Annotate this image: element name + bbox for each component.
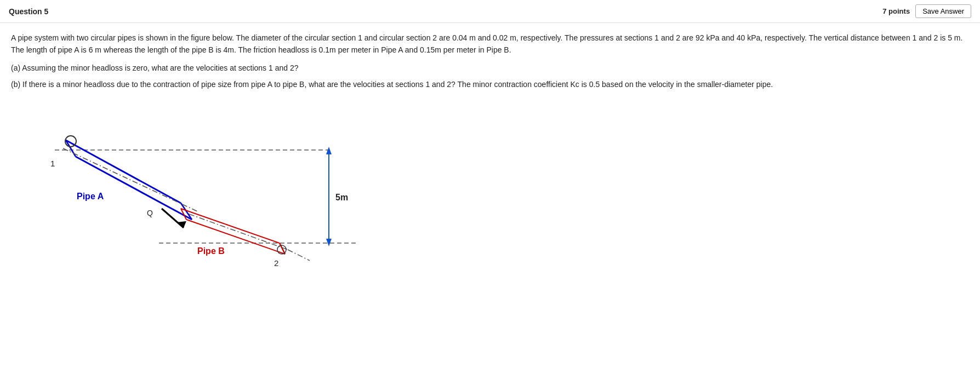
svg-marker-3 (326, 147, 332, 154)
diagram-container: 5m 1 (11, 102, 395, 288)
diagram-svg: 5m 1 (11, 102, 395, 288)
pipe-b-label: Pipe B (197, 246, 225, 256)
pipe-a-label: Pipe A (77, 192, 104, 201)
question-title: Question 5 (9, 7, 48, 16)
svg-line-6 (76, 157, 192, 220)
section2-label: 2 (274, 258, 278, 268)
sub-question-a: (a) Assuming the minor headloss is zero,… (11, 62, 969, 74)
points-label: 7 points (882, 7, 910, 15)
save-answer-button[interactable]: Save Answer (915, 4, 971, 18)
junction-label: Q (147, 209, 153, 217)
svg-line-15 (189, 214, 288, 250)
distance-label: 5m (335, 193, 348, 202)
problem-text: A pipe system with two circular pipes is… (11, 32, 965, 56)
svg-line-11 (181, 209, 280, 243)
sub-question-b: (b) If there is a minor headloss due to … (11, 78, 969, 90)
svg-line-16 (288, 250, 310, 261)
header-bar: Question 5 7 points Save Answer (0, 0, 980, 23)
header-right: 7 points Save Answer (882, 4, 971, 18)
svg-marker-4 (326, 239, 332, 246)
content-area: A pipe system with two circular pipes is… (0, 23, 980, 297)
section1-label: 1 (50, 159, 55, 168)
page-container: Question 5 7 points Save Answer A pipe s… (0, 0, 980, 375)
